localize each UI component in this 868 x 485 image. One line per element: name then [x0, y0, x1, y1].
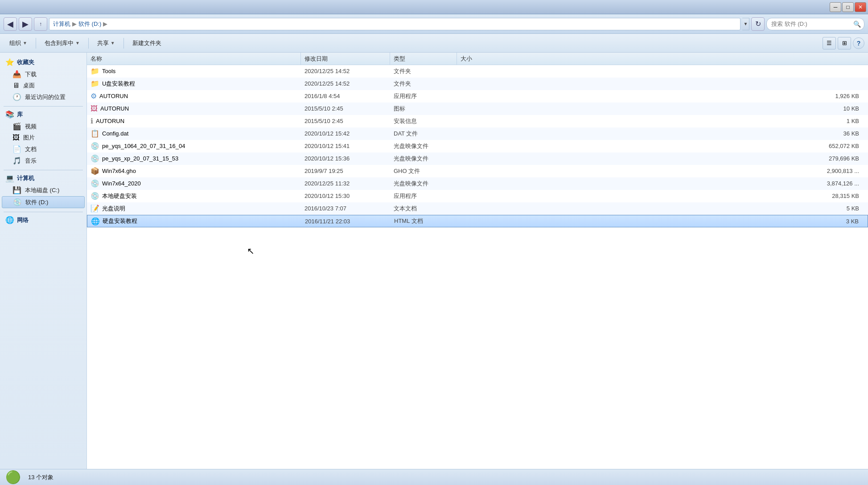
address-path[interactable]: 计算机 ▶ 软件 (D:) ▶ [49, 18, 740, 30]
file-type-icon: 🖼 [91, 105, 98, 113]
sidebar-item-documents[interactable]: 📄 文档 [2, 144, 85, 155]
table-row[interactable]: 📝 光盘说明 2016/10/23 7:07 文本文档 5 KB [87, 202, 868, 215]
file-name-label: Win7x64_2020 [102, 180, 141, 187]
file-cell-date: 2020/12/25 14:52 [301, 68, 390, 74]
view-toggle-button[interactable]: ☰ [823, 37, 836, 49]
sidebar-item-video-label: 视频 [25, 123, 37, 131]
sidebar-item-desktop[interactable]: 🖥 桌面 [2, 80, 85, 91]
file-cell-name: 💿 pe_yqs_xp_20_07_31_15_53 [87, 154, 301, 163]
refresh-button[interactable]: ↻ [751, 17, 765, 31]
file-cell-size: 279,696 KB [457, 155, 868, 162]
sidebar-libraries-label: 库 [17, 111, 23, 119]
table-row[interactable]: ⚙ AUTORUN 2016/1/8 4:54 应用程序 1,926 KB [87, 90, 868, 103]
file-cell-name: 💿 pe_yqs_1064_20_07_31_16_04 [87, 142, 301, 150]
help-button[interactable]: ? [853, 37, 864, 49]
minimize-button[interactable]: ─ [830, 2, 841, 12]
sidebar-item-download[interactable]: 📥 下载 [2, 69, 85, 80]
file-type-icon: 💿 [91, 142, 99, 150]
sidebar-header-network[interactable]: 🌐 网络 [0, 214, 86, 226]
file-name-label: U盘安装教程 [102, 80, 135, 88]
file-cell-type: 文件夹 [390, 80, 457, 88]
col-header-size[interactable]: 大小 [457, 53, 868, 65]
table-row[interactable]: 🖼 AUTORUN 2015/5/10 2:45 图标 10 KB [87, 103, 868, 115]
table-row[interactable]: 💿 本地硬盘安装 2020/10/12 15:30 应用程序 28,315 KB [87, 190, 868, 202]
table-row[interactable]: ℹ AUTORUN 2015/5/10 2:45 安装信息 1 KB [87, 115, 868, 127]
file-cell-size: 1 KB [457, 118, 868, 124]
table-row[interactable]: 💿 pe_yqs_1064_20_07_31_16_04 2020/10/12 … [87, 140, 868, 152]
status-app-icon: 🟢 [5, 470, 21, 485]
toolbar-separator-1 [36, 38, 36, 49]
forward-button[interactable]: ▶ [19, 17, 32, 31]
table-row[interactable]: 💿 pe_yqs_xp_20_07_31_15_53 2020/10/12 15… [87, 152, 868, 165]
sidebar-item-music[interactable]: 🎵 音乐 [2, 155, 85, 166]
view-details-button[interactable]: ⊞ [838, 37, 851, 49]
sidebar-header-computer[interactable]: 💻 计算机 [0, 172, 86, 184]
sidebar-divider-2 [4, 170, 83, 170]
file-cell-type: 光盘映像文件 [390, 142, 457, 150]
file-cell-type: 文件夹 [390, 67, 457, 75]
sidebar-item-documents-label: 文档 [25, 145, 37, 153]
close-button[interactable]: ✕ [855, 2, 866, 12]
file-name-label: Config.dat [102, 130, 128, 137]
table-row[interactable]: 📁 Tools 2020/12/25 14:52 文件夹 [87, 65, 868, 78]
col-header-type[interactable]: 类型 [390, 53, 457, 65]
search-input[interactable] [766, 18, 864, 30]
sidebar-item-download-label: 下载 [25, 70, 37, 78]
file-cell-type: 光盘映像文件 [390, 180, 457, 188]
sidebar-section-libraries: 📚 库 🎬 视频 🖼 图片 📄 文档 🎵 音乐 [0, 108, 86, 166]
file-cell-name: 📋 Config.dat [87, 129, 301, 138]
file-cell-name: 💿 本地硬盘安装 [87, 192, 301, 200]
sidebar-section-computer: 💻 计算机 💾 本地磁盘 (C:) 💿 软件 (D:) [0, 172, 86, 208]
table-row[interactable]: 💿 Win7x64_2020 2020/12/25 11:32 光盘映像文件 3… [87, 177, 868, 190]
sidebar-item-desktop-label: 桌面 [23, 82, 35, 90]
maximize-button[interactable]: □ [842, 2, 854, 12]
sidebar-header-favorites[interactable]: ⭐ 收藏夹 [0, 56, 86, 68]
sidebar-item-pictures[interactable]: 🖼 图片 [2, 132, 85, 143]
include-library-button[interactable]: 包含到库中 ▼ [39, 36, 86, 50]
table-row[interactable]: 📋 Config.dat 2020/10/12 15:42 DAT 文件 36 … [87, 127, 868, 140]
sidebar-divider-1 [4, 106, 83, 107]
col-header-name[interactable]: 名称 [87, 53, 301, 65]
main-layout: ⭐ 收藏夹 📥 下载 🖥 桌面 🕐 最近访问的位置 📚 库 [0, 53, 868, 469]
file-name-label: Tools [102, 68, 115, 74]
file-cell-date: 2020/10/12 15:30 [301, 193, 390, 199]
file-cell-name: 🌐 硬盘安装教程 [87, 217, 301, 226]
file-type-icon: 📝 [91, 204, 99, 213]
sidebar-item-drive-c[interactable]: 💾 本地磁盘 (C:) [2, 185, 85, 196]
file-cell-name: 💿 Win7x64_2020 [87, 179, 301, 188]
sidebar-header-libraries[interactable]: 📚 库 [0, 108, 86, 120]
title-bar: ─ □ ✕ [0, 0, 868, 14]
up-button[interactable]: ↑ [34, 17, 47, 31]
sidebar-section-favorites: ⭐ 收藏夹 📥 下载 🖥 桌面 🕐 最近访问的位置 [0, 56, 86, 103]
file-type-icon: 📁 [91, 79, 99, 88]
sidebar-item-recent[interactable]: 🕐 最近访问的位置 [2, 91, 85, 103]
column-header: 名称 修改日期 类型 大小 [87, 53, 868, 65]
file-cell-size: 652,072 KB [457, 143, 868, 149]
organize-button[interactable]: 组织 ▼ [4, 36, 33, 50]
breadcrumb-computer[interactable]: 计算机 [53, 20, 70, 28]
table-row[interactable]: 📦 Win7x64.gho 2019/9/7 19:25 GHO 文件 2,90… [87, 165, 868, 177]
back-button[interactable]: ◀ [4, 17, 17, 31]
sidebar-item-drive-d[interactable]: 💿 软件 (D:) [2, 196, 85, 208]
share-button[interactable]: 共享 ▼ [91, 36, 121, 50]
sidebar-item-video[interactable]: 🎬 视频 [2, 121, 85, 132]
new-folder-button[interactable]: 新建文件夹 [127, 36, 167, 50]
file-cell-size: 10 KB [457, 105, 868, 112]
file-cell-type: HTML 文档 [391, 217, 457, 225]
breadcrumb-drive[interactable]: 软件 (D:) [78, 20, 101, 28]
file-cell-name: 📁 Tools [87, 67, 301, 75]
file-area: 名称 修改日期 类型 大小 📁 Tools 2020/12/25 14:52 文… [87, 53, 868, 469]
file-cell-date: 2016/11/21 22:03 [301, 218, 391, 225]
address-dropdown[interactable]: ▼ [742, 18, 749, 30]
file-type-icon: 📦 [91, 167, 99, 175]
table-row[interactable]: 🌐 硬盘安装教程 2016/11/21 22:03 HTML 文档 3 KB [87, 215, 868, 227]
sidebar: ⭐ 收藏夹 📥 下载 🖥 桌面 🕐 最近访问的位置 📚 库 [0, 53, 87, 469]
file-name-label: AUTORUN [99, 93, 128, 99]
file-cell-date: 2020/12/25 14:52 [301, 80, 390, 87]
col-header-date[interactable]: 修改日期 [301, 53, 390, 65]
table-row[interactable]: 📁 U盘安装教程 2020/12/25 14:52 文件夹 [87, 78, 868, 90]
file-cell-size: 2,900,813 ... [457, 168, 868, 174]
file-cell-date: 2019/9/7 19:25 [301, 168, 390, 174]
sidebar-divider-3 [4, 212, 83, 212]
file-name-label: pe_yqs_1064_20_07_31_16_04 [102, 143, 185, 149]
